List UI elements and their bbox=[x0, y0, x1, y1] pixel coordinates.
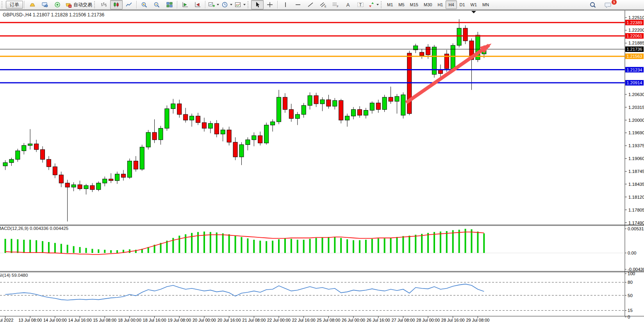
candle-up bbox=[301, 105, 306, 114]
toolbar-grip[interactable] bbox=[94, 1, 96, 8]
text-label-button[interactable]: T bbox=[354, 0, 367, 9]
chat-button[interactable]: 1 bbox=[602, 0, 615, 10]
autotrading-button[interactable]: 自动交易 bbox=[64, 0, 93, 9]
text-button[interactable]: A bbox=[342, 0, 354, 9]
new-order-button[interactable]: 订单 bbox=[6, 1, 23, 9]
crosshair-button[interactable] bbox=[264, 0, 276, 9]
toolbar-grip[interactable] bbox=[381, 1, 383, 8]
candle-up bbox=[320, 100, 325, 103]
candle-down bbox=[376, 103, 380, 110]
candle-down bbox=[357, 110, 362, 116]
macd-bar bbox=[203, 231, 205, 253]
autotrading-label: 自动交易 bbox=[73, 2, 92, 8]
candle-down bbox=[339, 101, 343, 120]
vertical-line-button[interactable] bbox=[279, 0, 292, 9]
tab-timeframe-h4[interactable]: H4 bbox=[446, 0, 457, 9]
tab-timeframe-m1[interactable]: M1 bbox=[384, 0, 396, 9]
macd-bar bbox=[427, 233, 429, 253]
channel-button[interactable]: E bbox=[317, 0, 329, 9]
auto-scroll-button[interactable] bbox=[179, 0, 191, 9]
candle-up bbox=[252, 136, 256, 140]
terminal-button[interactable] bbox=[39, 0, 51, 9]
horizontal-line-button[interactable] bbox=[292, 0, 304, 9]
macd-bar bbox=[303, 240, 305, 253]
arrows-button[interactable] bbox=[367, 0, 380, 9]
tab-timeframe-m5[interactable]: M5 bbox=[396, 0, 407, 9]
macd-bar bbox=[316, 238, 317, 253]
macd-bar bbox=[17, 239, 18, 253]
text-tool-icon: A bbox=[344, 2, 351, 8]
chevron-down-icon bbox=[217, 4, 219, 5]
tab-timeframe-w1[interactable]: W1 bbox=[468, 0, 480, 9]
line-chart-button[interactable] bbox=[123, 0, 135, 9]
svg-text:15 Jul 08:00: 15 Jul 08:00 bbox=[93, 318, 116, 322]
search-button[interactable] bbox=[587, 0, 599, 10]
svg-text:26 Jul 16:00: 26 Jul 16:00 bbox=[367, 318, 390, 322]
signals-button[interactable] bbox=[51, 0, 64, 9]
zoom-in-button[interactable] bbox=[138, 0, 151, 9]
candle-down bbox=[289, 110, 293, 119]
trendline-icon bbox=[307, 2, 314, 8]
candle-up bbox=[9, 159, 14, 162]
time-axis[interactable]: Jul 202213 Jul 08:0014 Jul 00:0014 Jul 1… bbox=[0, 316, 489, 322]
candle-down bbox=[202, 123, 206, 128]
vertical-line-icon bbox=[282, 2, 289, 8]
toolbar-grip[interactable] bbox=[248, 1, 250, 8]
candle-up bbox=[364, 110, 368, 116]
macd-bar bbox=[483, 233, 485, 253]
tab-timeframe-m15[interactable]: M15 bbox=[407, 0, 421, 9]
candle-down bbox=[152, 132, 157, 140]
svg-text:F: F bbox=[337, 5, 339, 8]
candlestick-chart-icon bbox=[113, 2, 120, 8]
shift-marker-icon[interactable] bbox=[471, 11, 476, 13]
macd-bar bbox=[197, 232, 199, 253]
svg-text:1.19375: 1.19375 bbox=[628, 143, 644, 148]
rsi-axis[interactable]: 1008050150 bbox=[0, 271, 635, 319]
candle-up bbox=[171, 104, 175, 109]
chart-canvas[interactable]: 1.225101.222001.218851.206301.203151.200… bbox=[0, 0, 644, 324]
macd-bar bbox=[278, 239, 280, 253]
macd-bar bbox=[452, 230, 454, 253]
new-chart-button[interactable] bbox=[207, 0, 220, 9]
macd-bar bbox=[235, 236, 236, 253]
trendline-button[interactable] bbox=[304, 0, 317, 9]
macd-bar bbox=[309, 239, 311, 253]
tile-windows-button[interactable] bbox=[163, 0, 176, 9]
svg-text:1.17805: 1.17805 bbox=[628, 208, 644, 212]
bar-chart-button[interactable] bbox=[98, 0, 110, 9]
macd-bar bbox=[259, 241, 261, 253]
svg-text:1.20914: 1.20914 bbox=[627, 80, 642, 85]
candle-down bbox=[258, 136, 262, 143]
gold-button[interactable] bbox=[26, 0, 39, 9]
search-icon bbox=[589, 2, 597, 9]
tab-timeframe-d1[interactable]: D1 bbox=[457, 0, 468, 9]
candle-down bbox=[420, 52, 424, 55]
macd-bar bbox=[433, 232, 435, 253]
fibonacci-icon: F bbox=[332, 2, 339, 8]
candlestick-chart-button[interactable] bbox=[110, 0, 123, 9]
indicators-button[interactable] bbox=[234, 0, 247, 9]
trend-arrow[interactable] bbox=[406, 43, 492, 103]
candle-up bbox=[96, 183, 101, 190]
svg-text:25 Jul 08:00: 25 Jul 08:00 bbox=[317, 318, 340, 322]
tab-timeframe-m30[interactable]: M30 bbox=[421, 0, 435, 9]
candle-down bbox=[463, 28, 467, 41]
macd-bar bbox=[228, 234, 230, 253]
candle-down bbox=[46, 159, 51, 167]
cursor-button[interactable] bbox=[251, 0, 264, 9]
profiles-button[interactable] bbox=[220, 0, 234, 9]
zoom-out-button[interactable] bbox=[151, 0, 163, 9]
svg-text:1.20630: 1.20630 bbox=[628, 92, 644, 97]
macd-bar bbox=[29, 240, 31, 253]
candle-up bbox=[16, 151, 20, 159]
tab-timeframe-h1[interactable]: H1 bbox=[435, 0, 446, 9]
tab-timeframe-mn[interactable]: MN bbox=[480, 0, 492, 9]
chart-shift-button[interactable] bbox=[191, 0, 204, 9]
svg-text:0: 0 bbox=[628, 315, 630, 319]
fibonacci-button[interactable]: F bbox=[329, 0, 342, 9]
candle-up bbox=[159, 128, 163, 140]
toolbar-grip[interactable] bbox=[2, 1, 4, 8]
macd-bar bbox=[104, 250, 105, 253]
price-levels[interactable]: 1.223891.220611.217361.215631.212341.209… bbox=[0, 20, 644, 85]
macd-bar bbox=[346, 239, 348, 253]
